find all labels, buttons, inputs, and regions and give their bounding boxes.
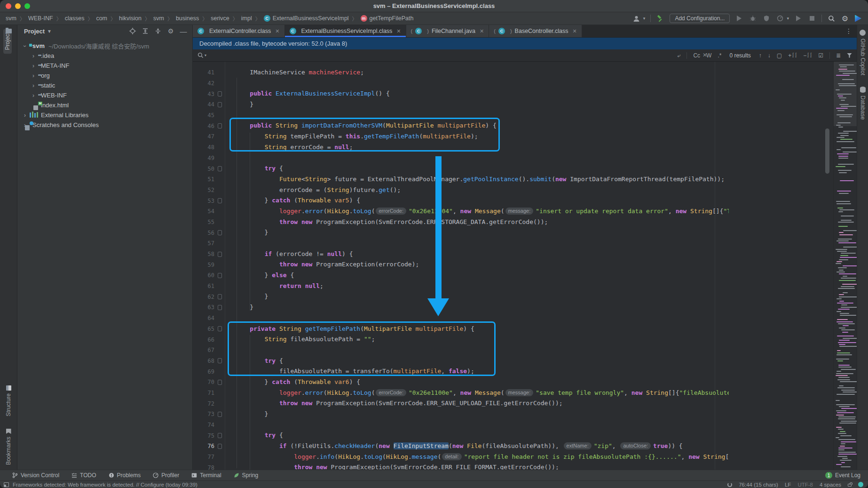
- toolwindow-event-log[interactable]: 1 Event Log: [825, 472, 860, 479]
- fold-gutter[interactable]: [214, 273, 225, 278]
- tree-chevron-icon[interactable]: ›: [30, 53, 37, 59]
- breadcrumb-item[interactable]: svm: [6, 15, 16, 22]
- close-tab-icon[interactable]: ✕: [573, 28, 577, 34]
- fold-marker-icon[interactable]: [218, 326, 222, 331]
- editor-scrollbar-thumb[interactable]: [825, 128, 829, 174]
- line-number[interactable]: 46: [193, 123, 214, 129]
- settings-gear-icon[interactable]: ⚙: [841, 14, 849, 23]
- fold-gutter[interactable]: [214, 380, 225, 385]
- line-number[interactable]: 64: [193, 315, 214, 321]
- project-settings-gear-icon[interactable]: ⚙: [166, 27, 175, 35]
- code-text[interactable]: if (errorCode != null) {: [235, 249, 353, 260]
- close-find-bar-icon[interactable]: ✕: [702, 52, 707, 58]
- code-text[interactable]: String fileAbsuolutePath = "";: [235, 334, 375, 345]
- tree-item-external-libraries[interactable]: ›External Libraries: [17, 110, 192, 120]
- code-line-66[interactable]: 66 String fileAbsuolutePath = "";: [193, 334, 729, 345]
- tool-strip-database-tab[interactable]: Database: [860, 87, 866, 120]
- line-number[interactable]: 57: [193, 240, 214, 247]
- select-all-occurrences-icon[interactable]: ▢: [777, 52, 782, 59]
- line-number[interactable]: 61: [193, 283, 214, 289]
- fold-gutter[interactable]: [214, 166, 225, 171]
- breadcrumb-item[interactable]: 〉impl: [229, 15, 252, 22]
- code-line-74[interactable]: 74: [193, 420, 729, 431]
- find-search-icon[interactable]: ▾: [197, 52, 206, 58]
- tree-item--idea[interactable]: ›.idea: [17, 51, 192, 61]
- coverage-icon[interactable]: [762, 14, 771, 23]
- code-line-59[interactable]: 59 throw new ProgramException(errorCode)…: [193, 259, 729, 270]
- code-line-72[interactable]: 72 throw new ProgramException(SvmErrorCo…: [193, 398, 729, 409]
- code-line-45[interactable]: 45: [193, 110, 729, 121]
- line-number[interactable]: 66: [193, 336, 214, 343]
- breadcrumb-item[interactable]: 〉WEB-INF: [16, 15, 53, 22]
- locate-file-icon[interactable]: [128, 27, 137, 35]
- line-number[interactable]: 72: [193, 400, 214, 407]
- project-panel-title[interactable]: Project: [24, 28, 45, 35]
- breadcrumb-item[interactable]: 〉CExternalBusinessServiceImpl: [252, 15, 349, 22]
- breadcrumb-item[interactable]: 〉business: [164, 15, 199, 22]
- code-line-44[interactable]: 44 }: [193, 99, 729, 110]
- tab-options-kebab-icon[interactable]: ⋮: [845, 27, 852, 35]
- hide-panel-icon[interactable]: —: [179, 27, 188, 35]
- code-text[interactable]: logger.error(HikLog.toLog(errorCode:"0x2…: [235, 206, 729, 217]
- code-line-42[interactable]: 42: [193, 78, 729, 89]
- line-number[interactable]: 59: [193, 262, 214, 268]
- code-line-50[interactable]: 50 try {: [193, 163, 729, 174]
- breadcrumb-item[interactable]: 〉hikvision: [107, 15, 142, 22]
- line-number[interactable]: 49: [193, 155, 214, 161]
- code-text[interactable]: logger.error(HikLog.toLog(errorCode:"0x2…: [235, 388, 729, 399]
- status-message[interactable]: Frameworks detected: Web framework is de…: [13, 482, 197, 488]
- case-selection-icon[interactable]: ☑: [818, 52, 823, 59]
- line-number[interactable]: 78: [193, 464, 214, 470]
- close-tab-icon[interactable]: ✕: [396, 28, 401, 34]
- code-line-64[interactable]: 64: [193, 313, 729, 324]
- code-line-69[interactable]: 69 fileAbsuolutePath = transferTo(multip…: [193, 366, 729, 377]
- line-number[interactable]: 58: [193, 251, 214, 257]
- fold-gutter[interactable]: [214, 305, 225, 310]
- previous-occurrence-icon[interactable]: ↑: [759, 52, 762, 59]
- code-text[interactable]: } catch (Throwable var5) {: [235, 195, 360, 206]
- breadcrumb-item[interactable]: 〉svm: [142, 15, 164, 22]
- code-text[interactable]: fileAbsuolutePath = transferTo(multipart…: [235, 366, 474, 377]
- collapse-all-icon[interactable]: [154, 27, 162, 35]
- fold-gutter[interactable]: [214, 123, 225, 128]
- code-line-73[interactable]: 73 }: [193, 409, 729, 420]
- user-account-icon[interactable]: [632, 14, 641, 23]
- breadcrumb-item[interactable]: 〉mgetTempFilePath: [349, 15, 414, 22]
- tool-strip-structure-tab[interactable]: Structure: [5, 385, 12, 416]
- code-text[interactable]: logger.info(HikLog.toLog(HikLog.message(…: [235, 452, 729, 463]
- newline-icon[interactable]: ⤶: [678, 52, 681, 59]
- code-text[interactable]: String errorCode = null;: [235, 142, 353, 153]
- code-text[interactable]: private String getTempFilePath(Multipart…: [235, 324, 474, 335]
- toolwindow-problems[interactable]: Problems: [109, 472, 141, 479]
- line-number[interactable]: 68: [193, 358, 214, 364]
- fold-gutter[interactable]: [214, 358, 225, 363]
- stop-icon[interactable]: [808, 14, 816, 23]
- fold-marker-icon[interactable]: [218, 433, 222, 438]
- add-configuration-button[interactable]: Add Configuration...: [670, 14, 730, 23]
- line-number[interactable]: 56: [193, 230, 214, 236]
- code-text[interactable]: public ExternalBusinessServiceImpl() {: [235, 88, 390, 99]
- line-number[interactable]: 63: [193, 304, 214, 311]
- tree-item-static[interactable]: ›static: [17, 80, 192, 90]
- tree-chevron-icon[interactable]: ›: [21, 112, 29, 119]
- editor-tab-filechannel-java[interactable]: (C)FileChannel.java✕: [406, 25, 489, 37]
- code-editor[interactable]: 41 IMachineService machineService;4243 p…: [193, 67, 729, 470]
- code-text[interactable]: }: [235, 227, 268, 238]
- line-number[interactable]: 71: [193, 390, 214, 396]
- line-number[interactable]: 44: [193, 101, 214, 108]
- line-number[interactable]: 55: [193, 219, 214, 225]
- code-line-46[interactable]: 46 public String importDataFromOtherSVM(…: [193, 120, 729, 131]
- code-text[interactable]: errorCode = (String)future.get();: [235, 185, 401, 196]
- run-secondary-icon[interactable]: [794, 14, 803, 23]
- next-occurrence-icon[interactable]: ↓: [768, 52, 771, 59]
- tree-item-web-inf[interactable]: ›WEB-INF: [17, 90, 192, 100]
- breadcrumb-item[interactable]: 〉serivce: [199, 15, 229, 22]
- fold-marker-icon[interactable]: [218, 166, 222, 171]
- toolwindow-version-control[interactable]: Version Control: [12, 472, 59, 479]
- code-text[interactable]: throw new ProgramException(SvmErrorCode.…: [235, 217, 548, 228]
- line-number[interactable]: 51: [193, 176, 214, 183]
- tree-chevron-icon[interactable]: ›: [30, 82, 37, 89]
- fold-gutter[interactable]: [214, 91, 225, 96]
- project-folder-icon[interactable]: [6, 29, 12, 33]
- code-line-51[interactable]: 51 Future<String> future = ExternalThrea…: [193, 174, 729, 185]
